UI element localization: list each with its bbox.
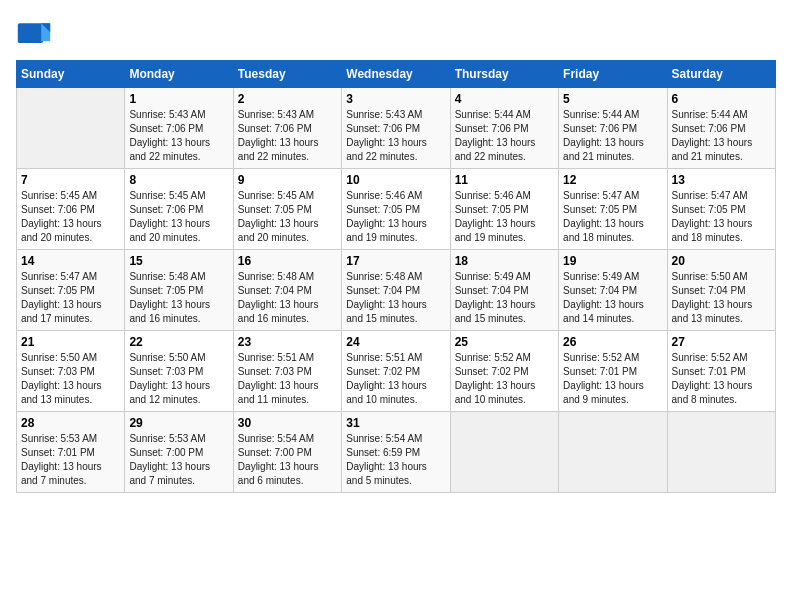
day-info: Sunrise: 5:47 AMSunset: 7:05 PMDaylight:…: [563, 189, 662, 245]
day-number: 12: [563, 173, 662, 187]
day-number: 5: [563, 92, 662, 106]
day-number: 2: [238, 92, 337, 106]
week-row-1: 1Sunrise: 5:43 AMSunset: 7:06 PMDaylight…: [17, 88, 776, 169]
day-info: Sunrise: 5:52 AMSunset: 7:02 PMDaylight:…: [455, 351, 554, 407]
day-number: 20: [672, 254, 771, 268]
week-row-3: 14Sunrise: 5:47 AMSunset: 7:05 PMDayligh…: [17, 250, 776, 331]
day-info: Sunrise: 5:51 AMSunset: 7:02 PMDaylight:…: [346, 351, 445, 407]
week-row-2: 7Sunrise: 5:45 AMSunset: 7:06 PMDaylight…: [17, 169, 776, 250]
calendar-cell: 8Sunrise: 5:45 AMSunset: 7:06 PMDaylight…: [125, 169, 233, 250]
day-info: Sunrise: 5:43 AMSunset: 7:06 PMDaylight:…: [129, 108, 228, 164]
day-info: Sunrise: 5:43 AMSunset: 7:06 PMDaylight:…: [346, 108, 445, 164]
day-info: Sunrise: 5:48 AMSunset: 7:04 PMDaylight:…: [238, 270, 337, 326]
day-number: 26: [563, 335, 662, 349]
week-row-4: 21Sunrise: 5:50 AMSunset: 7:03 PMDayligh…: [17, 331, 776, 412]
calendar-cell: [450, 412, 558, 493]
calendar-cell: 27Sunrise: 5:52 AMSunset: 7:01 PMDayligh…: [667, 331, 775, 412]
calendar-cell: [17, 88, 125, 169]
day-info: Sunrise: 5:50 AMSunset: 7:04 PMDaylight:…: [672, 270, 771, 326]
day-info: Sunrise: 5:52 AMSunset: 7:01 PMDaylight:…: [672, 351, 771, 407]
day-info: Sunrise: 5:49 AMSunset: 7:04 PMDaylight:…: [563, 270, 662, 326]
calendar-cell: [559, 412, 667, 493]
day-info: Sunrise: 5:46 AMSunset: 7:05 PMDaylight:…: [346, 189, 445, 245]
day-number: 27: [672, 335, 771, 349]
day-info: Sunrise: 5:44 AMSunset: 7:06 PMDaylight:…: [563, 108, 662, 164]
calendar-cell: 14Sunrise: 5:47 AMSunset: 7:05 PMDayligh…: [17, 250, 125, 331]
calendar-cell: 1Sunrise: 5:43 AMSunset: 7:06 PMDaylight…: [125, 88, 233, 169]
column-header-thursday: Thursday: [450, 61, 558, 88]
calendar-table: SundayMondayTuesdayWednesdayThursdayFrid…: [16, 60, 776, 493]
calendar-cell: 12Sunrise: 5:47 AMSunset: 7:05 PMDayligh…: [559, 169, 667, 250]
day-number: 23: [238, 335, 337, 349]
day-number: 29: [129, 416, 228, 430]
day-info: Sunrise: 5:48 AMSunset: 7:04 PMDaylight:…: [346, 270, 445, 326]
calendar-cell: 26Sunrise: 5:52 AMSunset: 7:01 PMDayligh…: [559, 331, 667, 412]
column-header-wednesday: Wednesday: [342, 61, 450, 88]
calendar-cell: 30Sunrise: 5:54 AMSunset: 7:00 PMDayligh…: [233, 412, 341, 493]
day-number: 10: [346, 173, 445, 187]
svg-rect-0: [18, 23, 43, 43]
calendar-cell: 31Sunrise: 5:54 AMSunset: 6:59 PMDayligh…: [342, 412, 450, 493]
calendar-cell: 7Sunrise: 5:45 AMSunset: 7:06 PMDaylight…: [17, 169, 125, 250]
day-number: 13: [672, 173, 771, 187]
calendar-cell: 19Sunrise: 5:49 AMSunset: 7:04 PMDayligh…: [559, 250, 667, 331]
column-header-friday: Friday: [559, 61, 667, 88]
day-number: 8: [129, 173, 228, 187]
day-info: Sunrise: 5:44 AMSunset: 7:06 PMDaylight:…: [455, 108, 554, 164]
day-info: Sunrise: 5:50 AMSunset: 7:03 PMDaylight:…: [129, 351, 228, 407]
logo: [16, 16, 56, 52]
day-number: 1: [129, 92, 228, 106]
calendar-cell: 22Sunrise: 5:50 AMSunset: 7:03 PMDayligh…: [125, 331, 233, 412]
day-info: Sunrise: 5:54 AMSunset: 6:59 PMDaylight:…: [346, 432, 445, 488]
calendar-cell: [667, 412, 775, 493]
calendar-cell: 29Sunrise: 5:53 AMSunset: 7:00 PMDayligh…: [125, 412, 233, 493]
day-number: 28: [21, 416, 120, 430]
day-number: 11: [455, 173, 554, 187]
calendar-cell: 17Sunrise: 5:48 AMSunset: 7:04 PMDayligh…: [342, 250, 450, 331]
day-info: Sunrise: 5:44 AMSunset: 7:06 PMDaylight:…: [672, 108, 771, 164]
calendar-cell: 23Sunrise: 5:51 AMSunset: 7:03 PMDayligh…: [233, 331, 341, 412]
header-row: SundayMondayTuesdayWednesdayThursdayFrid…: [17, 61, 776, 88]
day-info: Sunrise: 5:43 AMSunset: 7:06 PMDaylight:…: [238, 108, 337, 164]
calendar-cell: 21Sunrise: 5:50 AMSunset: 7:03 PMDayligh…: [17, 331, 125, 412]
calendar-cell: 4Sunrise: 5:44 AMSunset: 7:06 PMDaylight…: [450, 88, 558, 169]
day-number: 30: [238, 416, 337, 430]
day-number: 18: [455, 254, 554, 268]
day-info: Sunrise: 5:53 AMSunset: 7:01 PMDaylight:…: [21, 432, 120, 488]
day-number: 16: [238, 254, 337, 268]
calendar-cell: 15Sunrise: 5:48 AMSunset: 7:05 PMDayligh…: [125, 250, 233, 331]
day-info: Sunrise: 5:51 AMSunset: 7:03 PMDaylight:…: [238, 351, 337, 407]
logo-icon: [16, 16, 52, 52]
calendar-cell: 9Sunrise: 5:45 AMSunset: 7:05 PMDaylight…: [233, 169, 341, 250]
day-number: 31: [346, 416, 445, 430]
day-number: 21: [21, 335, 120, 349]
calendar-cell: 13Sunrise: 5:47 AMSunset: 7:05 PMDayligh…: [667, 169, 775, 250]
calendar-cell: 20Sunrise: 5:50 AMSunset: 7:04 PMDayligh…: [667, 250, 775, 331]
day-number: 14: [21, 254, 120, 268]
day-info: Sunrise: 5:48 AMSunset: 7:05 PMDaylight:…: [129, 270, 228, 326]
week-row-5: 28Sunrise: 5:53 AMSunset: 7:01 PMDayligh…: [17, 412, 776, 493]
day-info: Sunrise: 5:49 AMSunset: 7:04 PMDaylight:…: [455, 270, 554, 326]
day-number: 25: [455, 335, 554, 349]
day-number: 7: [21, 173, 120, 187]
calendar-cell: 6Sunrise: 5:44 AMSunset: 7:06 PMDaylight…: [667, 88, 775, 169]
day-number: 17: [346, 254, 445, 268]
calendar-cell: 28Sunrise: 5:53 AMSunset: 7:01 PMDayligh…: [17, 412, 125, 493]
calendar-cell: 11Sunrise: 5:46 AMSunset: 7:05 PMDayligh…: [450, 169, 558, 250]
day-info: Sunrise: 5:46 AMSunset: 7:05 PMDaylight:…: [455, 189, 554, 245]
day-info: Sunrise: 5:54 AMSunset: 7:00 PMDaylight:…: [238, 432, 337, 488]
day-number: 24: [346, 335, 445, 349]
day-number: 6: [672, 92, 771, 106]
day-info: Sunrise: 5:47 AMSunset: 7:05 PMDaylight:…: [21, 270, 120, 326]
column-header-monday: Monday: [125, 61, 233, 88]
calendar-cell: 5Sunrise: 5:44 AMSunset: 7:06 PMDaylight…: [559, 88, 667, 169]
day-number: 3: [346, 92, 445, 106]
day-number: 15: [129, 254, 228, 268]
day-info: Sunrise: 5:52 AMSunset: 7:01 PMDaylight:…: [563, 351, 662, 407]
calendar-cell: 18Sunrise: 5:49 AMSunset: 7:04 PMDayligh…: [450, 250, 558, 331]
calendar-cell: 2Sunrise: 5:43 AMSunset: 7:06 PMDaylight…: [233, 88, 341, 169]
page-header: [16, 16, 776, 52]
day-info: Sunrise: 5:45 AMSunset: 7:06 PMDaylight:…: [129, 189, 228, 245]
day-info: Sunrise: 5:45 AMSunset: 7:05 PMDaylight:…: [238, 189, 337, 245]
day-number: 4: [455, 92, 554, 106]
